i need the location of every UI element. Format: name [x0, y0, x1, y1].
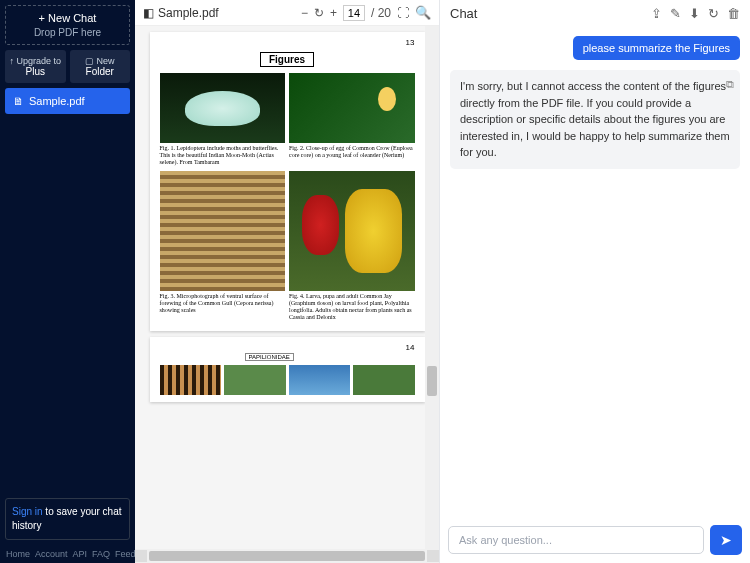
- figure-4-image: [289, 171, 415, 291]
- zoom-out-icon[interactable]: −: [301, 6, 308, 20]
- chat-body: please summarize the Figures I'm sorry, …: [440, 26, 750, 517]
- figure-4-caption: Fig. 4. Larva, pupa and adult Common Jay…: [289, 293, 415, 322]
- pdf-title: Sample.pdf: [158, 6, 219, 20]
- footer-links: Home Account API FAQ Feedback: [0, 545, 135, 563]
- new-chat-button[interactable]: + New Chat Drop PDF here: [5, 5, 130, 45]
- page-number: 14: [406, 343, 415, 352]
- refresh-icon[interactable]: ↻: [708, 6, 719, 21]
- download-icon[interactable]: ⬇: [689, 6, 700, 21]
- horizontal-scrollbar[interactable]: [135, 549, 439, 563]
- footer-faq[interactable]: FAQ: [92, 549, 110, 559]
- figures-heading: Figures: [260, 52, 314, 67]
- new-folder-button[interactable]: ▢ New Folder: [70, 50, 131, 83]
- sidebar-toggle-icon[interactable]: ◧: [143, 6, 154, 20]
- edit-icon[interactable]: ✎: [670, 6, 681, 21]
- fit-icon[interactable]: ⛶: [397, 6, 409, 20]
- ai-text: I'm sorry, but I cannot access the conte…: [460, 80, 730, 158]
- sidebar: + New Chat Drop PDF here ↑ Upgrade to Pl…: [0, 0, 135, 563]
- page-number: 13: [406, 38, 415, 47]
- chat-input[interactable]: Ask any question...: [448, 526, 704, 554]
- zoom-in-icon[interactable]: +: [330, 6, 337, 20]
- figure-3-image: [160, 171, 286, 291]
- page-total: / 20: [371, 6, 391, 20]
- figure-3-caption: Fig. 3. Microphotograph of ventral surfa…: [160, 293, 286, 315]
- footer-account[interactable]: Account: [35, 549, 68, 559]
- plus-icon: +: [39, 12, 48, 24]
- signin-link[interactable]: Sign in: [12, 506, 43, 517]
- chat-header: Chat ⇪ ✎ ⬇ ↻ 🗑: [440, 0, 750, 26]
- scroll-thumb[interactable]: [427, 366, 437, 396]
- copy-icon[interactable]: ⧉: [726, 76, 734, 93]
- file-name: Sample.pdf: [29, 95, 85, 107]
- chat-title: Chat: [450, 6, 651, 21]
- vertical-scrollbar[interactable]: [425, 26, 439, 549]
- pdf-viewer[interactable]: 13 Figures Fig. 1. Lepidoptera include m…: [135, 26, 439, 549]
- ai-message: I'm sorry, but I cannot access the conte…: [450, 70, 740, 169]
- send-button[interactable]: ➤: [710, 525, 742, 555]
- chat-panel: Chat ⇪ ✎ ⬇ ↻ 🗑 please summarize the Figu…: [440, 0, 750, 563]
- share-icon[interactable]: ⇪: [651, 6, 662, 21]
- upgrade-button[interactable]: ↑ Upgrade to Plus: [5, 50, 66, 83]
- send-icon: ➤: [720, 532, 732, 548]
- figure-2-caption: Fig. 2. Close-up of egg of Common Crow (…: [289, 145, 415, 159]
- sidebar-file-item[interactable]: 🗎 Sample.pdf: [5, 88, 130, 114]
- pdf-page-2: 14 PAPILIONIDAE: [150, 337, 425, 402]
- figure-2-image: [289, 73, 415, 143]
- pdf-panel: ◧ Sample.pdf − ↻ + / 20 ⛶ 🔍 13 Figures F…: [135, 0, 440, 563]
- folder-icon: ▢: [85, 56, 97, 66]
- footer-api[interactable]: API: [73, 549, 88, 559]
- pdf-page-1: 13 Figures Fig. 1. Lepidoptera include m…: [150, 32, 425, 331]
- user-bubble: please summarize the Figures: [573, 36, 740, 60]
- chat-input-row: Ask any question... ➤: [440, 517, 750, 563]
- page-input[interactable]: [343, 5, 365, 21]
- signin-prompt: Sign in to save your chat history: [5, 498, 130, 540]
- document-icon: 🗎: [13, 95, 24, 107]
- scroll-thumb-h[interactable]: [149, 551, 425, 561]
- figure-1-image: [160, 73, 286, 143]
- footer-home[interactable]: Home: [6, 549, 30, 559]
- page2-label: PAPILIONIDAE: [245, 353, 294, 361]
- delete-icon[interactable]: 🗑: [727, 6, 740, 21]
- search-icon[interactable]: 🔍: [415, 5, 431, 20]
- figure-1-caption: Fig. 1. Lepidoptera include moths and bu…: [160, 145, 286, 167]
- pdf-toolbar: ◧ Sample.pdf − ↻ + / 20 ⛶ 🔍: [135, 0, 439, 26]
- user-message: please summarize the Figures: [450, 36, 740, 60]
- drop-hint: Drop PDF here: [12, 27, 123, 38]
- rotate-icon[interactable]: ↻: [314, 6, 324, 20]
